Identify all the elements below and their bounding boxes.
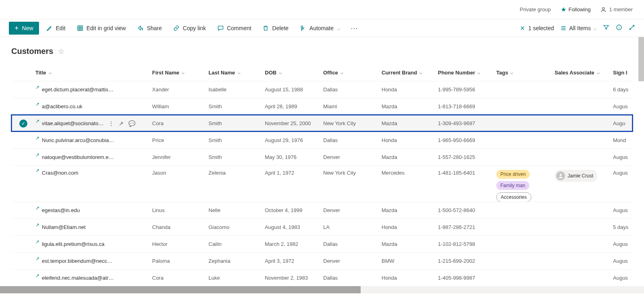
favorite-star-icon[interactable]: ☆ (58, 47, 64, 56)
cell-last: Giacomo (208, 224, 265, 230)
cell-dob: November 2, 1983 (265, 275, 323, 281)
cell-sign: Augu (613, 120, 637, 126)
table-row[interactable]: ↗a@aclibero.co.ukWilliamSmithApril 28, 1… (11, 98, 633, 115)
col-firstname[interactable]: First Name⌵ (152, 70, 208, 76)
chevron-down-icon: ⌵ (237, 70, 240, 75)
title-cell[interactable]: ↗Nunc.pulvinar.arcu@conubianostraper.edu (35, 137, 152, 143)
svg-point-3 (560, 174, 562, 176)
edit-grid-button[interactable]: Edit in grid view (73, 22, 130, 35)
delete-button[interactable]: Delete (258, 22, 292, 35)
col-lastname[interactable]: Last Name⌵ (208, 70, 265, 76)
table-row[interactable]: ↗Nunc.pulvinar.arcu@conubianostraper.edu… (11, 132, 633, 148)
cell-phone: 1-965-950-6669 (438, 137, 496, 143)
table-row[interactable]: ↗est.tempor.bibendum@neccursusa.comPalom… (11, 252, 633, 269)
customers-table: Title⌵ First Name⌵ Last Name⌵ DOB⌵ Offic… (11, 64, 633, 286)
col-tags[interactable]: Tags⌵ (496, 70, 555, 76)
title-cell[interactable]: ↗eleifend.nec.malesuada@atrisus.ca (35, 275, 152, 281)
clear-icon (519, 25, 526, 31)
horizontal-scrollbar[interactable] (0, 286, 644, 293)
title-text: est.tempor.bibendum@neccursusa.com (42, 258, 114, 264)
following-label: Following (569, 6, 591, 12)
table-row[interactable]: ↗ligula.elit.pretium@risus.caHectorCaili… (11, 235, 633, 252)
members-count[interactable]: 1 member (600, 6, 633, 13)
chevron-down-icon: ⌵ (341, 70, 343, 75)
cell-dob: April 28, 1989 (265, 103, 323, 109)
item-type-icon: ↗ (35, 222, 39, 228)
title-cell[interactable]: ↗vitae.aliquet@sociisnato…⋮↗💬 (35, 120, 152, 127)
item-type-icon: ↗ (35, 256, 39, 262)
cell-first: Paloma (152, 258, 208, 264)
filter-button[interactable] (603, 24, 609, 32)
cell-office: Miami (323, 103, 382, 109)
title-text: Cras@non.com (42, 170, 78, 176)
cell-office: New York City (323, 170, 382, 176)
vertical-scrollbar[interactable] (638, 37, 644, 286)
share-icon[interactable]: ↗ (119, 120, 124, 127)
chevron-down-icon: ⌵ (510, 70, 513, 75)
share-button[interactable]: Share (133, 22, 166, 35)
col-associate[interactable]: Sales Associate⌵ (555, 70, 613, 76)
title-cell[interactable]: ↗Cras@non.com (35, 170, 152, 176)
cell-associate: Jamie Crust (555, 170, 613, 182)
avatar-icon (556, 171, 565, 180)
edit-button[interactable]: Edit (42, 22, 70, 35)
tag[interactable]: Accessories (496, 192, 531, 202)
title-cell[interactable]: ↗est.tempor.bibendum@neccursusa.com (35, 258, 152, 264)
table-row[interactable]: ↗eget.dictum.placerat@mattis.caXanderIsa… (11, 81, 633, 98)
table-row[interactable]: ↗Nullam@Etiam.netChandaGiacomoAugust 4, … (11, 219, 633, 235)
cell-sign: Augus (613, 258, 637, 264)
table-row[interactable]: ↗natoque@vestibulumlorem.eduJenniferSmit… (11, 148, 633, 165)
group-type-label: Private group (520, 6, 551, 12)
cell-first: Price (152, 137, 208, 143)
table-row[interactable]: ✓↗vitae.aliquet@sociisnato…⋮↗💬CoraSmithN… (11, 115, 633, 132)
table-row[interactable]: ↗egestas@in.eduLinusNelleOctober 4, 1999… (11, 202, 633, 219)
tag[interactable]: Price driven (496, 170, 530, 179)
table-row[interactable]: ↗Cras@non.comJasonZeleniaApril 1, 1972Ne… (11, 165, 633, 202)
chevron-down-icon: ⌵ (279, 70, 282, 75)
row-select[interactable]: ✓ (11, 120, 35, 128)
col-dob[interactable]: DOB⌵ (265, 70, 323, 76)
col-office[interactable]: Office⌵ (323, 70, 382, 76)
cell-first: Chanda (152, 224, 208, 230)
title-cell[interactable]: ↗egestas@in.edu (35, 207, 152, 213)
title-cell[interactable]: ↗a@aclibero.co.uk (35, 103, 152, 109)
tag[interactable]: Family man (496, 181, 529, 190)
share-icon (137, 25, 144, 31)
comment-icon[interactable]: 💬 (128, 120, 135, 127)
row-actions: ⋮↗💬 (108, 120, 135, 127)
cell-first: Xander (152, 87, 208, 93)
col-phone[interactable]: Phone Number⌵ (438, 70, 496, 76)
cell-office: Dallas (323, 241, 382, 247)
item-type-icon: ↗ (35, 168, 39, 173)
details-button[interactable] (616, 24, 622, 32)
cell-first: Hector (152, 241, 208, 247)
star-icon: ★ (561, 6, 566, 13)
col-title[interactable]: Title⌵ (35, 70, 152, 76)
cell-phone: 1-102-812-5798 (438, 241, 496, 247)
link-icon (173, 25, 180, 31)
copy-link-button[interactable]: Copy link (169, 22, 210, 35)
cell-last: Luke (208, 275, 265, 281)
table-row[interactable]: ↗eleifend.nec.malesuada@atrisus.caCoraLu… (11, 269, 633, 286)
automate-button[interactable]: Automate ⌵ (296, 22, 344, 35)
clear-selection[interactable]: 1 selected (519, 25, 554, 31)
title-cell[interactable]: ↗ligula.elit.pretium@risus.ca (35, 241, 152, 247)
item-type-icon: ↗ (35, 85, 39, 90)
comment-button[interactable]: Comment (213, 22, 256, 35)
col-sign[interactable]: Sign I (613, 70, 637, 76)
more-icon[interactable]: ⋮ (108, 120, 114, 127)
title-cell[interactable]: ↗natoque@vestibulumlorem.edu (35, 154, 152, 160)
cell-office: Dallas (323, 137, 382, 143)
title-cell[interactable]: ↗Nullam@Etiam.net (35, 224, 152, 230)
col-brand[interactable]: Current Brand⌵ (382, 70, 438, 76)
title-cell[interactable]: ↗eget.dictum.placerat@mattis.ca (35, 87, 152, 93)
view-selector[interactable]: All Items ⌵ (560, 25, 597, 31)
cell-last: Smith (208, 137, 265, 143)
overflow-button[interactable]: ⋯ (347, 24, 361, 33)
following-toggle[interactable]: ★ Following (561, 6, 591, 13)
person-pill[interactable]: Jamie Crust (555, 170, 597, 182)
expand-button[interactable] (629, 24, 635, 32)
cell-office: Dallas (323, 87, 382, 93)
new-button[interactable]: + New (9, 22, 39, 35)
cell-brand: Honda (382, 224, 438, 230)
